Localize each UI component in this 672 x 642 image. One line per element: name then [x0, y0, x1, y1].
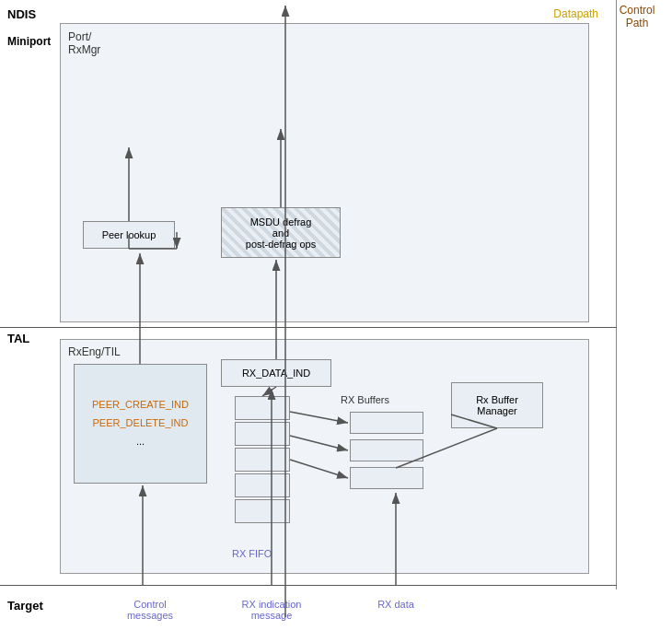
- divider-right: [616, 0, 617, 589]
- rx-buffer-3: [350, 467, 423, 489]
- rx-fifo-cell-4: [235, 473, 290, 497]
- label-ndis: NDIS: [7, 7, 36, 21]
- box-ndis: [60, 23, 589, 322]
- label-rx-data: RX data: [368, 599, 423, 610]
- rx-fifo-cell-1: [235, 396, 290, 420]
- label-datapath: Datapath: [553, 7, 598, 20]
- label-controlpath: Control Path: [609, 4, 665, 29]
- box-rx-buf-mgr: Rx BufferManager: [451, 382, 543, 428]
- label-rx-indication: RX indicationmessage: [235, 599, 308, 621]
- box-peer-create: PEER_CREATE_IND PEER_DELETE_IND ...: [74, 364, 207, 484]
- rx-fifo-cell-2: [235, 422, 290, 446]
- label-port-rxmgr: Port/RxMgr: [68, 30, 100, 56]
- label-rx-buffers: RX Buffers: [341, 394, 389, 405]
- line-ndis-tal: [0, 327, 617, 328]
- label-rxeng-til: RxEng/TIL: [68, 345, 121, 358]
- rx-fifo-cell-3: [235, 448, 290, 472]
- box-rx-data-ind: RX_DATA_IND: [221, 359, 331, 387]
- box-msdu-defrag: MSDU defragandpost-defrag ops: [221, 207, 341, 258]
- label-miniport: Miniport: [7, 35, 51, 48]
- label-control-messages: Controlmessages: [118, 599, 182, 621]
- rx-buffer-1: [350, 412, 423, 434]
- diagram-container: NDIS TAL Target Datapath Control Path Mi…: [0, 0, 672, 642]
- rx-buffer-2: [350, 439, 423, 461]
- rx-fifo-container: [235, 396, 290, 539]
- box-peer-lookup: Peer lookup: [83, 221, 175, 249]
- label-tal: TAL: [7, 332, 29, 345]
- label-target: Target: [7, 599, 43, 613]
- label-rx-fifo: RX FIFO: [232, 548, 272, 559]
- line-tal-target: [0, 585, 617, 586]
- rx-fifo-cell-5: [235, 499, 290, 523]
